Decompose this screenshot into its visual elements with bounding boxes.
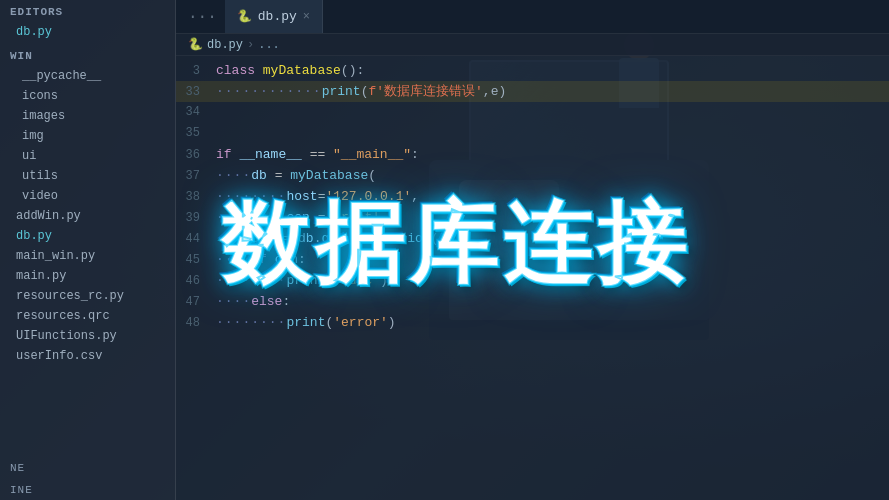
code-line-45: 45 ····if con: bbox=[176, 249, 889, 270]
code-line-37: 37 ····db = myDatabase( bbox=[176, 165, 889, 186]
line-num-45: 45 bbox=[176, 250, 216, 271]
line-content-48: ········print('error') bbox=[216, 312, 889, 333]
python-file-icon: 🐍 bbox=[237, 9, 252, 24]
code-line-39: 39 ········con = 'root' bbox=[176, 207, 889, 228]
breadcrumb-bar: 🐍 db.py › ... bbox=[176, 34, 889, 56]
code-line-36: 36 if __name__ == "__main__": bbox=[176, 144, 889, 165]
sidebar-dir-img[interactable]: img bbox=[0, 126, 175, 146]
line-num-47: 47 bbox=[176, 292, 216, 313]
sidebar-file-resources-qrc[interactable]: resources.qrc bbox=[0, 306, 175, 326]
line-content-36: if __name__ == "__main__": bbox=[216, 144, 889, 165]
breadcrumb-python-icon: 🐍 bbox=[188, 37, 203, 52]
tab-close-button[interactable]: × bbox=[303, 10, 310, 24]
sidebar-dir-utils[interactable]: utils bbox=[0, 166, 175, 186]
line-num-39: 39 bbox=[176, 208, 216, 229]
line-num-37: 37 bbox=[176, 166, 216, 187]
editors-label: EDITORS bbox=[0, 0, 175, 22]
code-lines: 3 class myDatabase(): 33 ············pri… bbox=[176, 56, 889, 337]
sidebar-dir-icons[interactable]: icons bbox=[0, 86, 175, 106]
code-line-33: 33 ············print(f'数据库连接错误',e) bbox=[176, 81, 889, 102]
line-content-39: ········con = 'root' bbox=[216, 207, 889, 228]
sidebar-file-main[interactable]: main.py bbox=[0, 266, 175, 286]
code-area[interactable]: 3 class myDatabase(): 33 ············pri… bbox=[176, 56, 889, 500]
breadcrumb-sep: › bbox=[247, 38, 254, 52]
sidebar-file-userinfo[interactable]: userInfo.csv bbox=[0, 346, 175, 366]
sidebar-file-db-py2[interactable]: db.py bbox=[0, 226, 175, 246]
line-content-37: ····db = myDatabase( bbox=[216, 165, 889, 186]
sidebar-file-mainwin[interactable]: main_win.py bbox=[0, 246, 175, 266]
sidebar-file-addwin[interactable]: addWin.py bbox=[0, 206, 175, 226]
line-num-46: 46 bbox=[176, 271, 216, 292]
bottom-ne: NE bbox=[0, 456, 175, 478]
sidebar-dir-video[interactable]: video bbox=[0, 186, 175, 206]
line-num-3: 3 bbox=[176, 61, 216, 82]
tab-db-py[interactable]: 🐍 db.py × bbox=[225, 0, 323, 33]
code-line-44: 44 ····con = db.get_connection() bbox=[176, 228, 889, 249]
editor-area: ··· 🐍 db.py × 🐍 db.py › ... 3 class myDa… bbox=[176, 0, 889, 500]
line-num-36: 36 bbox=[176, 145, 216, 166]
code-line-3: 3 class myDatabase(): bbox=[176, 60, 889, 81]
bottom-ine: INE bbox=[0, 478, 175, 500]
line-content-46: ········print('succ') bbox=[216, 270, 889, 291]
tab-bar: ··· 🐍 db.py × bbox=[176, 0, 889, 34]
tab-overflow-dots[interactable]: ··· bbox=[180, 8, 225, 26]
code-line-48: 48 ········print('error') bbox=[176, 312, 889, 333]
line-num-38: 38 bbox=[176, 187, 216, 208]
line-content-45: ····if con: bbox=[216, 249, 889, 270]
code-line-47: 47 ····else: bbox=[176, 291, 889, 312]
breadcrumb-path: ... bbox=[258, 38, 280, 52]
code-line-38: 38 ········host='127.0.0.1', bbox=[176, 186, 889, 207]
line-num-33: 33 bbox=[176, 82, 216, 103]
line-content-33: ············print(f'数据库连接错误',e) bbox=[216, 81, 889, 102]
sidebar-dir-images[interactable]: images bbox=[0, 106, 175, 126]
line-content-38: ········host='127.0.0.1', bbox=[216, 186, 889, 207]
line-num-48: 48 bbox=[176, 313, 216, 334]
sidebar: EDITORS db.py WIN __pycache__ icons imag… bbox=[0, 0, 176, 500]
sidebar-file-resources-rc[interactable]: resources_rc.py bbox=[0, 286, 175, 306]
breadcrumb-file: db.py bbox=[207, 38, 243, 52]
sidebar-file-uifunctions[interactable]: UIFunctions.py bbox=[0, 326, 175, 346]
tab-name: db.py bbox=[258, 9, 297, 24]
sidebar-dir-ui[interactable]: ui bbox=[0, 146, 175, 166]
ide-wrapper: EDITORS db.py WIN __pycache__ icons imag… bbox=[0, 0, 889, 500]
line-content-44: ····con = db.get_connection() bbox=[216, 228, 889, 249]
line-num-35: 35 bbox=[176, 123, 216, 144]
line-content-47: ····else: bbox=[216, 291, 889, 312]
code-line-34: 34 bbox=[176, 102, 889, 123]
sidebar-file-db-py[interactable]: db.py bbox=[0, 22, 175, 42]
code-line-35: 35 bbox=[176, 123, 889, 144]
win-label: WIN bbox=[0, 42, 175, 66]
code-line-46: 46 ········print('succ') bbox=[176, 270, 889, 291]
line-content-3: class myDatabase(): bbox=[216, 60, 889, 81]
sidebar-dir-pycache[interactable]: __pycache__ bbox=[0, 66, 175, 86]
line-num-34: 34 bbox=[176, 102, 216, 123]
line-num-44: 44 bbox=[176, 229, 216, 250]
